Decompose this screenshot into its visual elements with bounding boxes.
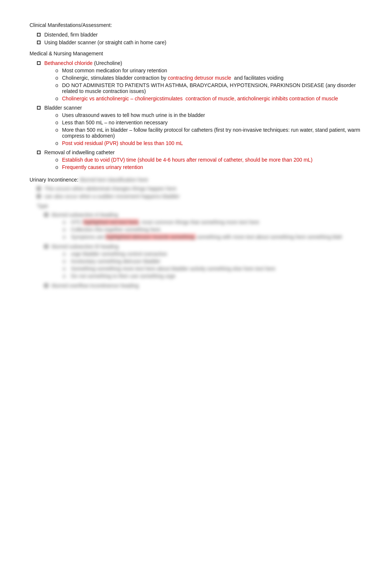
list-item: o Do not something to then use something… bbox=[63, 273, 362, 279]
sub-text: OTC highlighted red text here, most comm… bbox=[69, 219, 259, 225]
type-c-content: blurred overflow incontinence heading bbox=[52, 283, 139, 289]
type-a-label: blurred subsection A heading bbox=[52, 212, 118, 218]
list-item: can also occur when a sudden movement ha… bbox=[37, 193, 362, 199]
bethanechol-content: Bethanechol chloride (Urecholine) o Most… bbox=[44, 60, 362, 103]
sub-text: urge bladder something control overactiv… bbox=[69, 251, 167, 257]
list-item: o Uses ultrasound waves to tell how much… bbox=[55, 112, 362, 118]
bullet-icon bbox=[37, 33, 41, 37]
page-content: Clinical Manifestations/Assessment: Dist… bbox=[30, 22, 362, 289]
list-item: o Most common medication for urinary ret… bbox=[55, 68, 362, 73]
medical-nursing-heading: Medical & Nursing Management bbox=[30, 51, 362, 56]
dtv-text: Establish due to void (DTV) time (should… bbox=[62, 157, 313, 163]
removal-catheter-subitems: o Establish due to void (DTV) time (shou… bbox=[44, 157, 313, 170]
sub-text: Cholinergic, stimulates bladder contract… bbox=[62, 75, 283, 81]
bethanechol-item: Bethanechol chloride (Urecholine) o Most… bbox=[37, 60, 362, 103]
sub-marker: o bbox=[55, 140, 62, 146]
urinary-incontinence-section: Urinary Incontinence: blurred text class… bbox=[30, 177, 362, 289]
sub-marker: o bbox=[55, 127, 62, 133]
sub-marker: o bbox=[55, 112, 62, 118]
type-c-item: blurred overflow incontinence heading bbox=[44, 283, 362, 289]
type-a-subitems: o OTC highlighted red text here, most co… bbox=[52, 219, 362, 240]
clinical-bullets: Distended, firm bladder Using bladder sc… bbox=[30, 32, 362, 45]
list-item: o DO NOT ADMINISTER TO PATIENTS WITH AST… bbox=[55, 82, 362, 94]
sub-marker: o bbox=[63, 227, 69, 232]
bethanechol-name: Bethanechol chloride bbox=[44, 60, 93, 66]
pvr-text: Post void residual (PVR) should be less … bbox=[62, 140, 183, 146]
urinary-incontinence-blurred-suffix: blurred text classification here bbox=[78, 177, 148, 183]
sub-text: DO NOT ADMINISTER TO PATIENTS WITH ASTHM… bbox=[62, 82, 362, 94]
list-item: o Involuntary something detrusor bladder bbox=[63, 258, 362, 264]
removal-catheter-label: Removal of indwelling catheter bbox=[44, 149, 115, 155]
sub-marker: o bbox=[63, 258, 69, 264]
frequently-causes-text: Frequently causes urinary retention bbox=[62, 164, 143, 170]
bladder-scanner-label: Bladder scanner bbox=[44, 105, 82, 111]
sub-marker: o bbox=[63, 234, 69, 240]
sub-marker: o bbox=[55, 120, 62, 125]
list-item: Using bladder scanner (or straight cath … bbox=[37, 39, 362, 45]
bullet-icon bbox=[44, 213, 48, 217]
bullet-icon bbox=[44, 284, 48, 287]
bladder-scanner-content: Bladder scanner o Uses ultrasound waves … bbox=[44, 105, 362, 148]
bullet-text-blurred: This occurs when abdominal changes thing… bbox=[44, 186, 176, 192]
bullet-icon bbox=[37, 41, 41, 44]
sub-text: Something something more text here about… bbox=[69, 266, 275, 272]
sub-marker: o bbox=[55, 96, 62, 101]
sub-text: Most common medication for urinary reten… bbox=[62, 68, 167, 73]
list-item: o OTC highlighted red text here, most co… bbox=[63, 219, 362, 225]
list-item: o Frequently causes urinary retention bbox=[55, 164, 313, 170]
sub-marker: o bbox=[63, 219, 69, 225]
type-label: Type bbox=[37, 203, 362, 209]
type-a-item: blurred subsection A heading o OTC highl… bbox=[44, 212, 362, 241]
bullet-text: Using bladder scanner (or straight cath … bbox=[44, 39, 166, 45]
type-a-content: blurred subsection A heading o OTC highl… bbox=[52, 212, 362, 241]
bethanechol-subitems: o Most common medication for urinary ret… bbox=[44, 68, 362, 101]
clinical-manifestations-section: Clinical Manifestations/Assessment: Dist… bbox=[30, 22, 362, 45]
bullet-icon bbox=[37, 187, 41, 190]
sub-marker: o bbox=[63, 266, 69, 272]
medical-bullets: Bethanechol chloride (Urecholine) o Most… bbox=[30, 60, 362, 172]
removal-catheter-item: Removal of indwelling catheter o Establi… bbox=[37, 149, 362, 172]
type-b-content: blurred subsection B heading o urge blad… bbox=[52, 244, 362, 280]
bullet-icon bbox=[37, 194, 41, 198]
list-item: o Less than 500 mL – no intervention nec… bbox=[55, 120, 362, 125]
medical-nursing-section: Medical & Nursing Management Bethanechol… bbox=[30, 51, 362, 172]
contracting-detrusor-text: contracting detrusor muscle bbox=[168, 75, 231, 81]
removal-catheter-content: Removal of indwelling catheter o Establi… bbox=[44, 149, 313, 172]
list-item: o urge bladder something control overact… bbox=[63, 251, 362, 257]
sub-text: Collection this together something here bbox=[69, 227, 161, 232]
list-item: o More than 500 mL in bladder – follow f… bbox=[55, 127, 362, 139]
list-item: o Cholinergic vs anticholinergic – choli… bbox=[55, 96, 362, 101]
sub-marker: o bbox=[63, 251, 69, 257]
list-item: Distended, firm bladder bbox=[37, 32, 362, 38]
type-label-text: Type bbox=[37, 203, 48, 209]
bullet-icon bbox=[37, 151, 41, 154]
bladder-scanner-subitems: o Uses ultrasound waves to tell how much… bbox=[44, 112, 362, 146]
urinary-incontinence-header-row: Urinary Incontinence: blurred text class… bbox=[30, 177, 362, 183]
list-item: o Establish due to void (DTV) time (shou… bbox=[55, 157, 313, 163]
bladder-scanner-item: Bladder scanner o Uses ultrasound waves … bbox=[37, 105, 362, 148]
type-b-item: blurred subsection B heading o urge blad… bbox=[44, 244, 362, 280]
type-b-label: blurred subsection B heading bbox=[52, 244, 118, 249]
list-item: This occurs when abdominal changes thing… bbox=[37, 186, 362, 192]
sub-marker: o bbox=[55, 157, 62, 163]
sub-marker: o bbox=[63, 273, 69, 279]
type-c-label: blurred overflow incontinence heading bbox=[52, 283, 139, 289]
sub-marker: o bbox=[55, 68, 62, 73]
sub-text: Symptoms are highlighted detrusor muscle… bbox=[69, 234, 342, 240]
bullet-text: Distended, firm bladder bbox=[44, 32, 98, 38]
urinary-incontinence-bullets: This occurs when abdominal changes thing… bbox=[30, 186, 362, 199]
bullet-icon bbox=[37, 61, 41, 65]
clinical-manifestations-heading: Clinical Manifestations/Assessment: bbox=[30, 22, 362, 28]
list-item: o Cholinergic, stimulates bladder contra… bbox=[55, 75, 362, 81]
sub-marker: o bbox=[55, 75, 62, 81]
list-item: o Post void residual (PVR) should be les… bbox=[55, 140, 362, 146]
sub-marker: o bbox=[55, 164, 62, 170]
type-bullets: blurred subsection A heading o OTC highl… bbox=[30, 212, 362, 289]
bullet-icon bbox=[37, 106, 41, 110]
sub-text: Uses ultrasound waves to tell how much u… bbox=[62, 112, 205, 118]
sub-text: Do not something to then use something u… bbox=[69, 273, 175, 279]
bullet-text-blurred: can also occur when a sudden movement ha… bbox=[44, 193, 180, 199]
list-item: o Collection this together something her… bbox=[63, 227, 362, 232]
sub-text: Less than 500 mL – no intervention neces… bbox=[62, 120, 168, 125]
cholinergic-vs-text: Cholinergic vs anticholinergic – choline… bbox=[62, 96, 338, 101]
